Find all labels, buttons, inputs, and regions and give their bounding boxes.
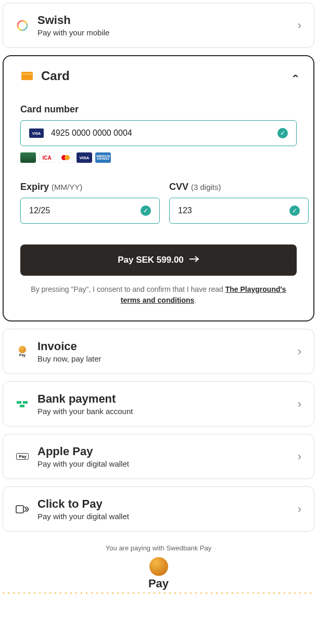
payment-option-click-to-pay[interactable]: Click to Pay Pay with your digital walle… <box>3 486 314 532</box>
svg-point-4 <box>65 155 70 160</box>
chevron-up-icon: › <box>288 74 301 78</box>
pay-button-label: Pay SEK 599.00 <box>118 255 184 265</box>
svg-rect-9 <box>16 506 23 513</box>
payment-option-apple-pay[interactable]: Pay Apple Pay Pay with your digital wall… <box>3 434 314 479</box>
click-to-pay-icon <box>16 503 29 516</box>
svg-rect-6 <box>17 401 21 404</box>
payment-option-invoice[interactable]: Pay Invoice Buy now, pay later › <box>3 329 314 374</box>
card-number-input[interactable] <box>51 128 270 138</box>
cvv-label: CVV (3 digits) <box>169 182 309 192</box>
invoice-icon: Pay <box>16 345 29 358</box>
apple-pay-icon: Pay <box>16 450 29 463</box>
chevron-right-icon: › <box>298 19 301 32</box>
apple-pay-subtitle: Pay with your digital wallet <box>37 459 289 468</box>
brand-mastercard-icon <box>58 152 73 163</box>
brand-generic-icon <box>20 152 36 163</box>
cvv-input[interactable] <box>178 206 282 215</box>
footer: You are paying with Swedbank Pay Pay <box>3 544 314 594</box>
brand-visa-icon: VISA <box>77 152 92 163</box>
click-to-pay-subtitle: Pay with your digital wallet <box>37 512 289 521</box>
chevron-right-icon: › <box>298 345 301 358</box>
swedbank-pay-logo: Pay <box>148 557 169 590</box>
payment-option-card-expanded: Card › Card number VISA ✓ ICA VISA AMERI… <box>3 55 314 321</box>
cvv-field-wrap[interactable]: ✓ <box>169 198 309 224</box>
decorative-dots <box>3 593 314 594</box>
chevron-right-icon: › <box>298 397 301 411</box>
card-icon <box>20 69 34 83</box>
chevron-right-icon: › <box>298 450 301 463</box>
expiry-label: Expiry (MM/YY) <box>20 182 160 192</box>
accepted-brands: ICA VISA AMERICANEXPRESS <box>20 152 297 163</box>
svg-point-0 <box>18 21 27 30</box>
svg-rect-1 <box>21 72 33 80</box>
consent-text: By pressing "Pay", I consent to and conf… <box>20 284 297 306</box>
card-number-label: Card number <box>20 104 297 115</box>
svg-rect-7 <box>23 401 28 404</box>
swish-title: Swish <box>37 14 289 27</box>
invoice-subtitle: Buy now, pay later <box>37 354 289 363</box>
expiry-field-wrap[interactable]: ✓ <box>20 198 160 224</box>
svg-rect-2 <box>21 73 33 75</box>
apple-pay-title: Apple Pay <box>37 445 289 458</box>
visa-icon: VISA <box>29 128 44 138</box>
check-icon: ✓ <box>141 205 151 216</box>
bank-subtitle: Pay with your bank account <box>37 407 289 416</box>
brand-amex-icon: AMERICANEXPRESS <box>95 152 111 163</box>
payment-option-swish[interactable]: Swish Pay with your mobile › <box>3 3 314 48</box>
check-icon: ✓ <box>277 128 288 138</box>
check-icon: ✓ <box>289 205 300 216</box>
card-header[interactable]: Card › <box>20 69 297 83</box>
card-number-field-wrap[interactable]: VISA ✓ <box>20 120 297 146</box>
card-title: Card <box>41 69 286 83</box>
payment-option-bank[interactable]: Bank payment Pay with your bank account … <box>3 381 314 427</box>
brand-ica-icon: ICA <box>39 152 55 163</box>
swish-subtitle: Pay with your mobile <box>37 28 289 37</box>
invoice-title: Invoice <box>37 340 289 353</box>
pay-button[interactable]: Pay SEK 599.00 <box>20 244 297 276</box>
arrow-right-icon <box>189 255 199 265</box>
bank-title: Bank payment <box>37 392 289 406</box>
coin-icon <box>149 557 168 576</box>
chevron-right-icon: › <box>298 503 301 516</box>
footer-text: You are paying with Swedbank Pay <box>3 544 314 552</box>
bank-icon <box>16 397 29 411</box>
svg-rect-8 <box>20 405 24 407</box>
click-to-pay-title: Click to Pay <box>37 497 289 511</box>
pay-word: Pay <box>148 577 169 590</box>
expiry-input[interactable] <box>29 206 133 215</box>
swish-icon <box>16 19 29 32</box>
